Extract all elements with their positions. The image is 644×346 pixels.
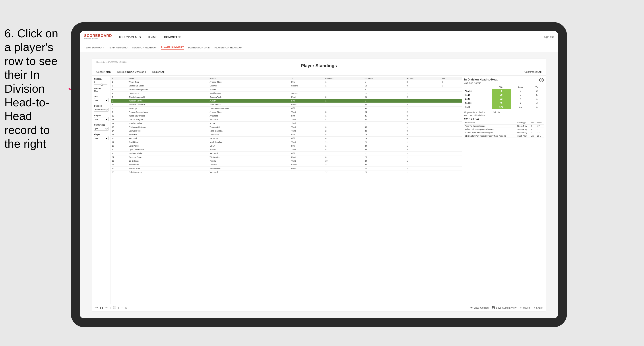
view-original-button[interactable]: 👁 View: Original	[470, 306, 488, 309]
table-row[interactable]: 18 Luke Powell UCLA First 1 24 1	[111, 144, 462, 148]
table-row[interactable]: 13 Phichaksn Maichon Texas A&M Third 6 3…	[111, 125, 462, 129]
grid-button[interactable]: ☷	[113, 306, 116, 310]
table-row[interactable]: 7 Nicholas Gabrelcik North Florida Fourt…	[111, 103, 462, 107]
refresh-button[interactable]: ↻	[125, 306, 127, 310]
redo-button[interactable]: ↷	[105, 306, 108, 310]
table-row[interactable]: 22 Ian Gilligan Florida Third 10 24 1	[111, 159, 462, 163]
cell-yr	[290, 88, 324, 92]
table-row[interactable]: 10 Jacob New-Okese Arkansas Fifth 1 25 0	[111, 114, 462, 118]
table-row[interactable]: 5 Christo Lamprecht Georgia Tech Fourth …	[111, 95, 462, 99]
table-row[interactable]: 20 Matthew Riedel Vanderbilt Fifth 1 1 2	[111, 152, 462, 156]
division-select[interactable]: NCAA Division I	[94, 108, 108, 112]
t-score: 18-1	[536, 134, 544, 138]
table-row[interactable]: 17 David Ford North Carolina Third 11 21…	[111, 140, 462, 144]
table-row[interactable]: 16 Alex Goff Kentucky Fifth 8 19 0	[111, 137, 462, 140]
cell-reg: 6	[324, 156, 364, 159]
table-row[interactable]: 1 Wenyi Ding Arizona State First 1 1 8 1	[111, 80, 462, 84]
tournament-row: SEC Match Play hosted by Jerry Pate Roun…	[464, 134, 544, 138]
subnav-team-h2h-grid[interactable]: TEAM H2H GRID	[108, 46, 128, 49]
cell-rds: 1	[406, 140, 441, 144]
subnav-player-h2h-grid[interactable]: PLAYER H2H GRID	[188, 46, 210, 49]
cell-reg: 3	[324, 110, 364, 114]
cell-rds: 0	[406, 122, 441, 125]
subnav-player-h2h-heatmap[interactable]: PLAYER H2H HEATMAP	[214, 46, 242, 49]
table-row[interactable]: 24 Bastien Amat New Mexico Fourth 1 27 2	[111, 167, 462, 171]
table-row[interactable]: 21 Taehoon Song Washington Fourth 6 23 1	[111, 156, 462, 159]
cell-rank: 8	[111, 107, 128, 110]
t-pos: Win	[530, 134, 536, 138]
cell-yr: Third	[290, 159, 324, 163]
cell-player: Preston Summerhays	[128, 110, 208, 114]
cell-yr: Fifth	[290, 133, 324, 137]
subnav-team-summary[interactable]: TEAM SUMMARY	[84, 46, 104, 49]
cell-yr: Second	[290, 92, 324, 95]
table-row[interactable]: 19 Tiger Christensen Arizona Third 8 23 …	[111, 148, 462, 152]
cell-rank: 9	[111, 110, 128, 114]
h2h-panel: In Division Head-to-Head Jackson Koivun …	[462, 76, 546, 304]
nav-tournaments[interactable]: TOURNAMENTS	[119, 34, 141, 40]
minus-button[interactable]: −	[121, 306, 123, 310]
player-label: Player	[94, 133, 108, 136]
logo-title: SCOREBOARD	[84, 34, 112, 38]
plus-button[interactable]: +	[118, 306, 119, 310]
table-row[interactable]: 3 Michael Thorbjornsen Stanford 1 8 1	[111, 88, 462, 92]
cell-player: Phichaksn Maichon	[128, 125, 208, 129]
table-row[interactable]: 9 Preston Summerhays Arizona State Third…	[111, 110, 462, 114]
cell-conf: 23	[364, 129, 406, 133]
cell-yr: Fifth	[290, 152, 324, 156]
cell-win	[441, 95, 462, 99]
table-row[interactable]: 4 Luke Claton Florida State Second 1 27 …	[111, 92, 462, 95]
cell-rds: 2	[406, 152, 441, 156]
save-custom-button[interactable]: 💾 Save Custom View	[492, 306, 516, 309]
cell-reg: 11	[324, 140, 364, 144]
table-row[interactable]: 23 Jack Lundin Missouri Fourth 11 24 1	[111, 163, 462, 167]
table-row[interactable]: 14 Maxwell Ford North Carolina Third 2 2…	[111, 129, 462, 133]
table-row[interactable]: 12 Brendan Valles Auburn Third 1 1 0	[111, 122, 462, 125]
table-row[interactable]: 2 Michael La Sasso Ole Miss Second 1 18 …	[111, 84, 462, 88]
region-select[interactable]: N/A	[94, 117, 108, 121]
cell-player: Maxwell Ford	[128, 129, 208, 133]
table-row[interactable]: 11 Gordon Sargent Vanderbilt Third 4 21 …	[111, 118, 462, 122]
cell-win	[441, 103, 462, 107]
filter-row: Gender: Men Division: NCAA Division I Re…	[96, 69, 542, 74]
cell-rds: 2	[406, 92, 441, 95]
table-row[interactable]: 8 Mats Ege East Tennessee State Fifth 1 …	[111, 107, 462, 110]
t-score: -7	[536, 128, 544, 131]
nav-teams[interactable]: TEAMS	[148, 34, 158, 40]
cell-reg: 1	[324, 122, 364, 125]
filter-gender: Gender: Men	[96, 71, 111, 73]
cell-school: Georgia Tech	[208, 95, 290, 99]
cell-school: New Mexico	[208, 167, 290, 171]
conference-select[interactable]: (All)	[94, 127, 108, 131]
cell-conf: 27	[364, 167, 406, 171]
table-row[interactable]: 15 Jake Hall Tennessee Fifth 8 18 0	[111, 133, 462, 137]
player-select[interactable]: (All)	[94, 136, 108, 140]
t-name: SEC Match Play hosted by Jerry Pate Roun…	[464, 134, 516, 138]
h2h-tie: 5	[530, 93, 544, 97]
cell-rank: 24	[111, 167, 128, 171]
h2h-close-button[interactable]: ✕	[539, 78, 544, 82]
table-row[interactable]: 6 Jackson Koivun Auburn First 1 1	[111, 99, 462, 103]
cell-win	[441, 99, 462, 103]
sign-out-link[interactable]: Sign out	[544, 35, 554, 38]
cell-school: Arizona State	[208, 110, 290, 114]
cell-conf: 34	[364, 107, 406, 110]
watch-button[interactable]: 👁 Watch	[520, 306, 530, 309]
subnav-team-h2h-heatmap[interactable]: TEAM H2H HEATMAP	[132, 46, 156, 49]
pause-button[interactable]: ▮▮	[100, 306, 103, 310]
conference-label: Conference	[94, 124, 108, 126]
year-select[interactable]: (All)	[94, 98, 108, 102]
copy-button[interactable]: ▯	[110, 306, 111, 310]
cell-yr: Third	[290, 125, 324, 129]
cell-yr: Fifth	[290, 114, 324, 118]
table-row[interactable]: 25 Cole Sherwood Vanderbilt 12 23 1	[111, 171, 462, 174]
tournament-row: Amer Ari Intercollegiate Stroke Play 4 -…	[464, 125, 544, 128]
undo-button[interactable]: ↶	[95, 306, 98, 310]
h2h-row: 51-100 46 6 3	[464, 101, 544, 105]
subnav-player-summary[interactable]: PLAYER SUMMARY	[161, 45, 184, 49]
nav-committee[interactable]: COMMITTEE	[164, 34, 181, 40]
share-button[interactable]: ⇧ Share	[533, 306, 542, 309]
no-rds-slider[interactable]	[94, 84, 108, 85]
cell-conf: 21	[364, 118, 406, 122]
cell-reg: 1	[324, 152, 364, 156]
